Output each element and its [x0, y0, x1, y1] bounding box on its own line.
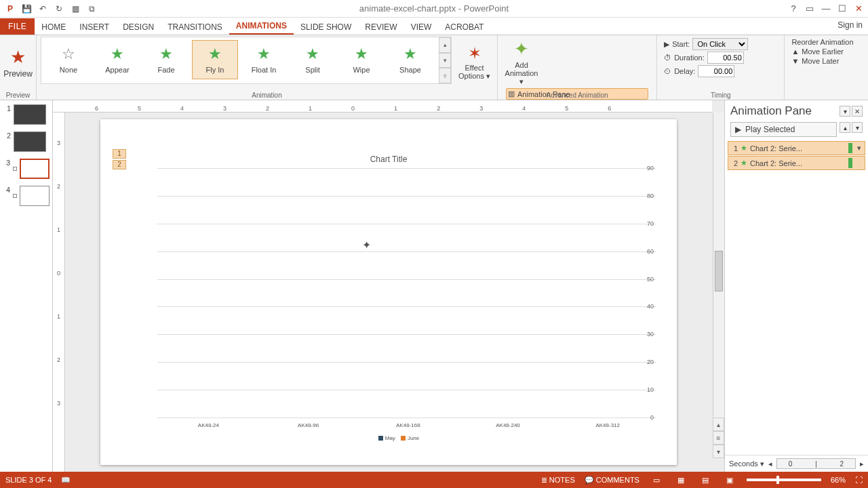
- animation-pane: Animation Pane ▾ ✕ ▶ Play Selected ▴ ▾ 1…: [724, 100, 868, 472]
- tab-animations[interactable]: ANIMATIONS: [229, 18, 294, 35]
- animation-list: 1★Chart 2: Serie...▾2★Chart 2: Serie...: [725, 140, 868, 172]
- tab-insert[interactable]: INSERT: [73, 19, 116, 35]
- timeline-prev-button[interactable]: ◂: [768, 460, 772, 468]
- timeline-next-button[interactable]: ▸: [860, 460, 864, 468]
- maximize-icon[interactable]: ☐: [835, 2, 849, 16]
- tab-home[interactable]: HOME: [35, 19, 73, 35]
- up-icon: ▲: [791, 47, 799, 56]
- anim-gallery-fade[interactable]: ★Fade: [143, 40, 189, 79]
- animation-gallery[interactable]: ☆None★Appear★Fade★Fly In★Float In★Split★…: [41, 37, 452, 84]
- effect-star-icon: ★: [741, 159, 747, 167]
- anim-pane-item-2[interactable]: 2★Chart 2: Serie...: [728, 156, 865, 170]
- tab-slideshow[interactable]: SLIDE SHOW: [294, 19, 358, 35]
- anim-gallery-appear[interactable]: ★Appear: [94, 40, 140, 79]
- normal-view-icon[interactable]: ▭: [649, 474, 664, 485]
- x-category: AK48-96: [268, 422, 349, 428]
- play-selected-button[interactable]: ▶ Play Selected: [730, 122, 837, 137]
- slide-thumb-3[interactable]: 3: [3, 159, 50, 179]
- minimize-icon[interactable]: —: [819, 2, 833, 16]
- help-icon[interactable]: ?: [787, 2, 800, 16]
- ribbon: ★ Preview Preview ☆None★Appear★Fade★Fly …: [0, 35, 868, 100]
- animation-pane-title: Animation Pane: [730, 104, 812, 118]
- pane-close-icon[interactable]: ✕: [852, 106, 863, 117]
- slide-canvas-area: 6543210123456 3210123 ▴ ≡ ▾ 1 2 Chart Ti…: [53, 100, 724, 472]
- ribbon-group-reorder: Reorder Animation ▲Move Earlier ▼Move La…: [785, 35, 868, 100]
- sorter-view-icon[interactable]: ▦: [673, 474, 688, 485]
- sign-in-link[interactable]: Sign in: [837, 20, 863, 30]
- seconds-label[interactable]: Seconds ▾: [729, 460, 764, 468]
- start-from-beginning-icon[interactable]: ▦: [69, 3, 81, 15]
- star-icon: ★: [306, 45, 319, 63]
- timeline-seconds-row: Seconds ▾ ◂ 0|2 ▸: [725, 455, 868, 472]
- anim-gallery-fly-in[interactable]: ★Fly In: [192, 40, 238, 79]
- move-later-button[interactable]: ▼Move Later: [789, 57, 864, 65]
- preview-button[interactable]: ★ Preview: [2, 37, 35, 88]
- pane-options-icon[interactable]: ▾: [840, 106, 850, 117]
- tab-file[interactable]: FILE: [0, 18, 35, 35]
- group-label-preview: Preview: [0, 92, 36, 99]
- slide-canvas[interactable]: 1 2 Chart Title 0102030405060708090AK48-…: [100, 119, 677, 465]
- gallery-up-icon[interactable]: ▴: [439, 37, 451, 53]
- gallery-more-icon[interactable]: ▿: [439, 68, 451, 83]
- powerpoint-icon: P: [4, 3, 16, 15]
- spell-icon[interactable]: 📖: [61, 476, 71, 485]
- start-select[interactable]: On Click: [692, 38, 748, 50]
- save-icon[interactable]: 💾: [20, 3, 33, 15]
- duration-input[interactable]: [707, 52, 744, 64]
- move-up-button[interactable]: ▴: [840, 122, 850, 133]
- preview-label: Preview: [3, 69, 33, 79]
- undo-icon[interactable]: ↶: [37, 3, 49, 15]
- anim-gallery-float-in[interactable]: ★Float In: [241, 40, 287, 79]
- slide-thumb-4[interactable]: 4: [3, 186, 50, 206]
- effect-options-icon: ✶: [468, 44, 481, 63]
- qat-more-icon[interactable]: ⧉: [85, 3, 98, 15]
- quick-access-toolbar: P 💾 ↶ ↻ ▦ ⧉: [0, 3, 102, 15]
- add-animation-icon: ✦: [514, 39, 529, 60]
- vertical-scrollbar[interactable]: [713, 113, 724, 458]
- reading-view-icon[interactable]: ▤: [698, 474, 713, 485]
- status-bar: SLIDE 3 OF 4 📖 ≣ NOTES 💬 COMMENTS ▭ ▦ ▤ …: [0, 472, 868, 488]
- close-icon[interactable]: ✕: [852, 2, 865, 16]
- tab-view[interactable]: VIEW: [404, 19, 439, 35]
- chart-plot-area[interactable]: 0102030405060708090AK48-24AK48-96AK48-16…: [141, 168, 656, 418]
- fit-to-window-icon[interactable]: ⛶: [855, 476, 863, 484]
- ribbon-tabs: FILE HOME INSERT DESIGN TRANSITIONS ANIM…: [0, 18, 868, 35]
- play-icon: ▶: [735, 125, 741, 134]
- star-icon: ★: [208, 45, 222, 63]
- effect-options-label: Effect Options ▾: [456, 64, 493, 81]
- scrollbar-thumb[interactable]: [715, 251, 723, 291]
- delay-input[interactable]: [698, 65, 734, 77]
- star-icon: ☆: [62, 45, 75, 63]
- ribbon-group-preview: ★ Preview Preview: [0, 35, 37, 100]
- zoom-slider[interactable]: [747, 479, 821, 481]
- tab-design[interactable]: DESIGN: [116, 19, 161, 35]
- star-icon: ★: [159, 45, 173, 63]
- add-animation-button[interactable]: ✦ Add Animation ▾: [505, 38, 538, 87]
- anim-gallery-wipe[interactable]: ★Wipe: [338, 40, 384, 79]
- anim-gallery-none[interactable]: ☆None: [45, 40, 92, 79]
- ribbon-display-icon[interactable]: ▭: [803, 2, 816, 16]
- move-earlier-button[interactable]: ▲Move Earlier: [789, 47, 864, 56]
- gallery-down-icon[interactable]: ▾: [439, 53, 451, 68]
- comments-button[interactable]: 💬 COMMENTS: [585, 476, 639, 485]
- anim-gallery-shape[interactable]: ★Shape: [387, 40, 433, 79]
- animation-indicator-icon: [13, 167, 17, 171]
- item-dropdown-icon[interactable]: ▾: [855, 144, 863, 152]
- star-icon: ★: [111, 45, 124, 63]
- anim-pane-item-1[interactable]: 1★Chart 2: Serie...▾: [728, 141, 865, 155]
- prev-slide-button[interactable]: ▴: [713, 418, 724, 431]
- slide-thumb-1[interactable]: 1: [3, 104, 50, 125]
- move-down-button[interactable]: ▾: [852, 122, 863, 133]
- notes-button[interactable]: ≣ NOTES: [541, 476, 575, 485]
- tab-transitions[interactable]: TRANSITIONS: [161, 19, 229, 35]
- tab-review[interactable]: REVIEW: [358, 19, 403, 35]
- anim-gallery-split[interactable]: ★Split: [290, 40, 336, 79]
- effect-options-button[interactable]: ✶ Effect Options ▾: [456, 37, 493, 88]
- nav-menu-button[interactable]: ≡: [713, 431, 724, 445]
- slideshow-view-icon[interactable]: ▣: [722, 474, 737, 485]
- chart-legend: MayJune: [141, 435, 656, 442]
- redo-icon[interactable]: ↻: [53, 3, 65, 15]
- slide-thumb-2[interactable]: 2: [3, 131, 50, 152]
- tab-acrobat[interactable]: ACROBAT: [438, 19, 490, 35]
- next-slide-button[interactable]: ▾: [713, 445, 724, 458]
